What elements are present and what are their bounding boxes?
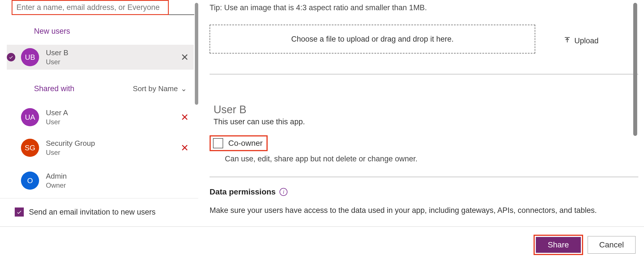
send-email-checkbox[interactable] (15, 207, 24, 217)
remove-user-button[interactable]: ✕ (176, 52, 194, 63)
share-search-input[interactable] (12, 0, 169, 15)
new-users-heading: New users (34, 27, 70, 36)
shared-with-heading: Shared with (34, 84, 74, 93)
upload-label: Upload (574, 37, 599, 45)
cancel-button[interactable]: Cancel (588, 236, 636, 254)
sort-dropdown[interactable]: Sort by Name ⌄ (133, 84, 187, 93)
sort-label: Sort by Name (133, 84, 178, 93)
scrollbar[interactable] (633, 3, 637, 136)
avatar: O (21, 172, 39, 190)
divider (210, 74, 638, 74)
user-role: User (46, 149, 176, 157)
image-dropzone[interactable]: Choose a file to upload or drag and drop… (210, 25, 535, 54)
chevron-down-icon: ⌄ (181, 84, 187, 93)
dropzone-text: Choose a file to upload or drag and drop… (291, 35, 453, 44)
info-icon[interactable]: i (280, 188, 287, 196)
remove-user-button[interactable]: ✕ (176, 112, 194, 123)
detail-user-desc: This user can use this app. (214, 117, 305, 126)
data-permissions-desc: Make sure your users have access to the … (210, 206, 597, 215)
avatar: UB (21, 48, 39, 66)
shared-user-row[interactable]: UA User A User ✕ (7, 105, 194, 130)
avatar: UA (21, 108, 39, 126)
user-name: User A (46, 108, 176, 117)
shared-user-row[interactable]: SG Security Group User ✕ (7, 135, 194, 160)
share-button-highlight: Share (534, 235, 583, 255)
user-name: Admin (46, 172, 194, 181)
selected-check-icon (7, 53, 15, 61)
avatar: SG (21, 139, 39, 157)
data-permissions-heading: Data permissions (210, 187, 276, 196)
user-role: User (46, 118, 176, 126)
coowner-highlight: Co-owner (210, 135, 268, 151)
detail-user-name: User B (214, 104, 305, 116)
user-name: User B (46, 48, 176, 57)
upload-icon (564, 36, 571, 46)
user-name: Security Group (46, 139, 176, 148)
coowner-label: Co-owner (228, 139, 263, 148)
divider (210, 177, 638, 177)
shared-user-row[interactable]: O Admin Owner (7, 168, 194, 193)
coowner-description: Can use, edit, share app but not delete … (225, 155, 417, 163)
image-tip-text: Tip: Use an image that is 4:3 aspect rat… (210, 3, 638, 12)
share-button[interactable]: Share (536, 237, 581, 253)
coowner-checkbox[interactable] (213, 138, 223, 148)
scrollbar[interactable] (195, 3, 198, 105)
user-role: User (46, 58, 176, 66)
remove-user-button[interactable]: ✕ (176, 142, 194, 153)
new-user-row[interactable]: UB User B User ✕ (7, 45, 194, 70)
upload-button[interactable]: Upload (564, 36, 599, 46)
user-role: Owner (46, 181, 194, 189)
send-email-label: Send an email invitation to new users (29, 208, 155, 217)
